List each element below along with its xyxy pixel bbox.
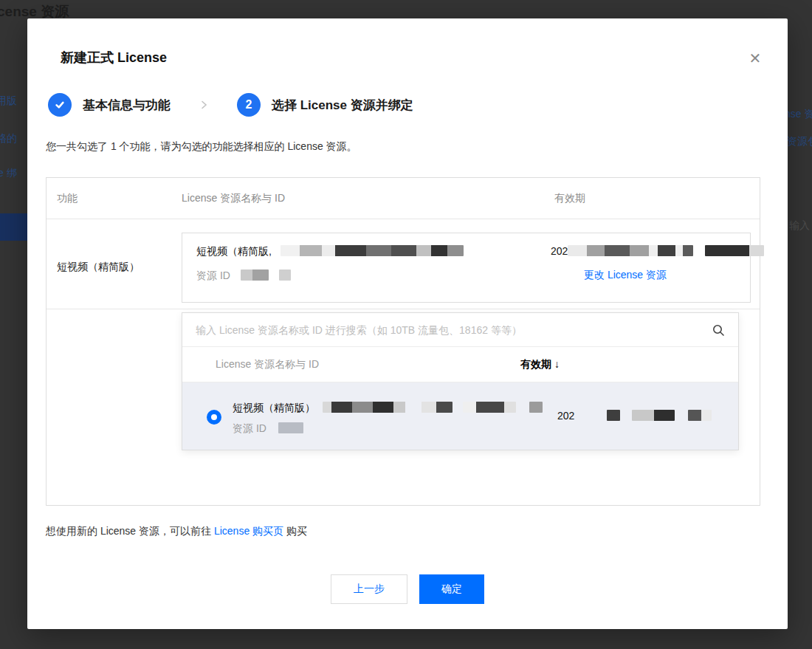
license-buy-page-link[interactable]: License 购买页 bbox=[214, 525, 283, 537]
chevron-right-icon bbox=[199, 100, 209, 110]
dialog-title: 新建正式 License bbox=[61, 49, 167, 66]
column-validity: 有效期 bbox=[554, 192, 585, 205]
row-divider bbox=[47, 309, 760, 309]
dialog-description: 您一共勾选了 1 个功能，请为勾选的功能选择相应的 License 资源。 bbox=[46, 140, 357, 154]
step-label: 基本信息与功能 bbox=[83, 97, 171, 114]
search-icon[interactable] bbox=[712, 323, 725, 337]
table-header: 功能 License 资源名称与 ID 有效期 bbox=[47, 178, 760, 219]
footer-note: 想使用新的 License 资源，可以前往 License 购买页 购买 bbox=[46, 525, 307, 538]
background-input-fragment: 输入 bbox=[789, 219, 810, 233]
picker-list-header: License 资源名称与 ID 有效期↓ bbox=[182, 347, 738, 382]
search-bar bbox=[182, 313, 738, 347]
redacted-block bbox=[278, 422, 303, 433]
background-link-fragment: 用版 bbox=[0, 95, 17, 108]
resource-picker-panel: License 资源名称与 ID 有效期↓ 短视频（精简版） 资源 ID bbox=[182, 312, 739, 450]
resource-option-row[interactable]: 短视频（精简版） 资源 ID 202 bbox=[182, 382, 738, 450]
redacted-block bbox=[529, 402, 543, 413]
binding-table: 功能 License 资源名称与 ID 有效期 短视频（精简版） 短视频（精简版… bbox=[46, 177, 760, 506]
create-license-dialog: 新建正式 License ✕ 基本信息与功能 2 选择 License 资源并绑… bbox=[27, 18, 788, 629]
note-text: 购买 bbox=[286, 525, 307, 537]
redacted-block bbox=[568, 245, 693, 256]
previous-step-button[interactable]: 上一步 bbox=[331, 574, 407, 604]
resource-id-label: 资源 ID bbox=[196, 269, 230, 281]
column-function: 功能 bbox=[47, 192, 182, 205]
background-link-fragment: se 绑 bbox=[0, 167, 17, 180]
sort-desc-icon: ↓ bbox=[554, 358, 560, 370]
redacted-block bbox=[241, 269, 269, 281]
option-resource-name: 短视频（精简版） bbox=[233, 402, 315, 413]
picker-column-name: License 资源名称与 ID bbox=[182, 358, 520, 371]
close-button[interactable]: ✕ bbox=[745, 48, 765, 69]
validity-date: 202 bbox=[551, 245, 568, 257]
function-name: 短视频（精简版） bbox=[57, 261, 140, 274]
step-basic-info[interactable]: 基本信息与功能 bbox=[48, 93, 171, 117]
radio-selected[interactable] bbox=[207, 410, 221, 425]
column-resource-name: License 资源名称与 ID bbox=[182, 192, 554, 205]
option-validity-date: 202 bbox=[557, 410, 574, 422]
step-label: 选择 License 资源并绑定 bbox=[272, 97, 413, 114]
background-link-fragment: nse 资 bbox=[785, 108, 812, 121]
note-text: 想使用新的 License 资源，可以前往 bbox=[46, 525, 211, 537]
table-body: 短视频（精简版） 短视频（精简版, 资源 ID 202 更改 License 资… bbox=[47, 219, 760, 505]
check-icon bbox=[48, 93, 72, 117]
redacted-block bbox=[279, 269, 291, 281]
dialog-actions: 上一步 确定 bbox=[27, 574, 788, 604]
search-input[interactable] bbox=[196, 324, 712, 336]
picker-column-validity-sort[interactable]: 有效期↓ bbox=[520, 358, 560, 371]
redacted-block bbox=[323, 402, 453, 413]
step-select-resource: 2 选择 License 资源并绑定 bbox=[237, 93, 413, 117]
selected-resource-card: 短视频（精简版, 资源 ID 202 更改 License 资源 bbox=[182, 233, 751, 303]
redacted-block bbox=[705, 245, 764, 256]
background-link-fragment: 格的 bbox=[0, 132, 17, 145]
redacted-block bbox=[632, 410, 675, 421]
step-number-badge: 2 bbox=[237, 93, 261, 117]
step-indicator: 基本信息与功能 2 选择 License 资源并绑定 bbox=[48, 93, 413, 117]
confirm-button[interactable]: 确定 bbox=[419, 574, 484, 604]
change-license-link[interactable]: 更改 License 资源 bbox=[584, 269, 667, 282]
background-primary-button-fragment bbox=[0, 213, 27, 241]
redacted-block bbox=[607, 410, 620, 421]
background-link-fragment: 资源包 bbox=[787, 135, 812, 148]
redacted-block bbox=[281, 245, 464, 256]
redacted-block bbox=[463, 402, 516, 413]
redacted-block bbox=[688, 410, 712, 421]
selected-resource-name: 短视频（精简版, bbox=[196, 245, 272, 257]
picker-column-validity-label: 有效期 bbox=[520, 358, 551, 370]
resource-id-label: 资源 ID bbox=[233, 422, 266, 434]
